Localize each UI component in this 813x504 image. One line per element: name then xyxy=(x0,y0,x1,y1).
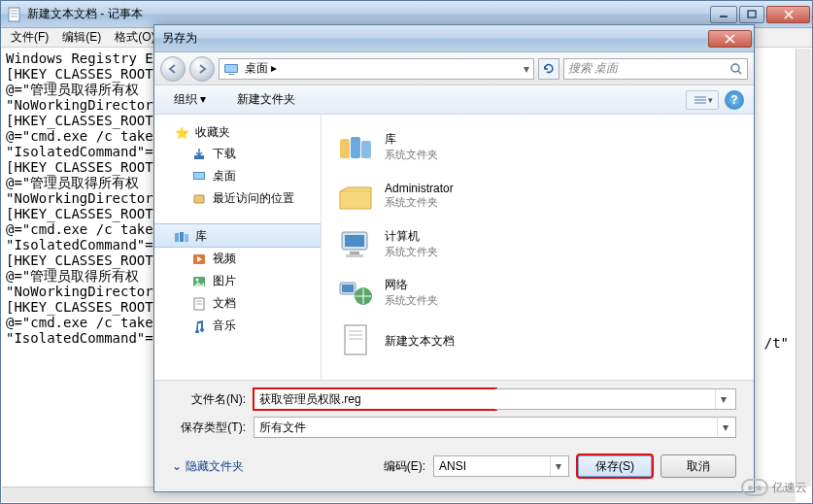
music-icon xyxy=(191,319,207,334)
desktop-icon xyxy=(223,61,239,77)
search-input[interactable]: 搜索 桌面 xyxy=(563,58,748,80)
menu-edit[interactable]: 编辑(E) xyxy=(56,27,107,48)
nav-music[interactable]: 音乐 xyxy=(154,315,321,337)
watermark-logo-icon xyxy=(741,479,768,496)
download-icon xyxy=(191,147,207,162)
filename-input[interactable] xyxy=(259,392,491,406)
maximize-button[interactable] xyxy=(739,6,764,23)
menu-file[interactable]: 文件(F) xyxy=(5,27,54,48)
nav-libraries[interactable]: 库 xyxy=(154,223,321,248)
filename-input-extension[interactable]: ▾ xyxy=(495,388,737,410)
breadcrumb-text: 桌面 ▸ xyxy=(245,60,518,77)
forward-button[interactable] xyxy=(189,56,215,82)
saveas-titlebar[interactable]: 另存为 xyxy=(154,25,754,52)
list-item[interactable]: 库系统文件夹 xyxy=(333,122,742,171)
content-pane[interactable]: 库系统文件夹 Administrator系统文件夹 计算机系统文件夹 网络系统文… xyxy=(322,115,754,380)
nav-favorites[interactable]: ⭐收藏夹 xyxy=(154,120,321,143)
scrollbar-vertical[interactable] xyxy=(796,49,811,487)
saveas-title: 另存为 xyxy=(162,30,708,47)
svg-rect-12 xyxy=(228,74,234,75)
star-icon: ⭐ xyxy=(174,125,189,141)
watermark: 亿速云 xyxy=(741,479,807,496)
document-icon xyxy=(191,296,207,312)
chevron-down-icon: ⌄ xyxy=(172,459,182,473)
svg-rect-37 xyxy=(346,254,363,257)
filename-dropdown-icon[interactable]: ▾ xyxy=(715,389,730,409)
cancel-button[interactable]: 取消 xyxy=(661,454,736,478)
hide-folders-toggle[interactable]: ⌄ 隐藏文件夹 xyxy=(172,458,244,475)
saveas-bottom: ⌄ 隐藏文件夹 编码(E): ANSI ▾ 保存(S) 取消 xyxy=(154,449,754,489)
navigation-pane: ⭐收藏夹 下载 桌面 最近访问的位置 库 视频 图片 文档 音乐 xyxy=(154,115,322,380)
recent-icon xyxy=(191,191,207,207)
save-button[interactable]: 保存(S) xyxy=(577,454,653,478)
help-button[interactable]: ? xyxy=(725,90,744,110)
desktop-small-icon xyxy=(191,169,207,185)
saveas-toolbar: 组织 ▾ 新建文件夹 ▾ ? xyxy=(154,85,754,115)
breadcrumb-dropdown-icon[interactable]: ▾ xyxy=(524,62,529,76)
filename-label: 文件名(N): xyxy=(172,391,246,408)
video-icon xyxy=(191,252,207,267)
svg-rect-39 xyxy=(342,285,354,292)
svg-rect-35 xyxy=(345,235,364,247)
list-item[interactable]: Administrator系统文件夹 xyxy=(333,171,742,219)
library-icon xyxy=(174,229,189,245)
nav-documents[interactable]: 文档 xyxy=(154,292,321,315)
svg-rect-20 xyxy=(194,173,204,179)
saveas-dialog: 另存为 桌面 ▸ ▾ 搜索 桌面 组织 ▾ 新建文件夹 ▾ ? ⭐收藏夹 下载 … xyxy=(153,24,755,492)
search-icon xyxy=(729,62,743,76)
notepad-icon xyxy=(7,7,22,22)
user-folder-icon xyxy=(336,176,375,215)
computer-icon xyxy=(336,224,375,263)
nav-pictures[interactable]: 图片 xyxy=(154,270,321,292)
close-button[interactable] xyxy=(766,6,810,23)
list-item[interactable]: 计算机系统文件夹 xyxy=(333,219,742,268)
filetype-label: 保存类型(T): xyxy=(172,420,246,436)
saveas-close-button[interactable] xyxy=(708,30,752,48)
list-item[interactable]: 新建文本文档 xyxy=(333,317,742,365)
refresh-button[interactable] xyxy=(538,58,559,80)
svg-line-14 xyxy=(738,71,741,74)
svg-rect-31 xyxy=(340,139,350,158)
encoding-label: 编码(E): xyxy=(384,458,425,475)
view-options-button[interactable]: ▾ xyxy=(686,90,719,110)
svg-rect-0 xyxy=(9,8,19,21)
filetype-value: 所有文件 xyxy=(259,420,306,436)
picture-icon xyxy=(191,274,207,289)
svg-rect-21 xyxy=(194,195,204,203)
filetype-dropdown-icon[interactable]: ▾ xyxy=(717,418,732,437)
svg-rect-41 xyxy=(345,325,366,354)
encoding-value: ANSI xyxy=(439,459,466,473)
saveas-navbar: 桌面 ▸ ▾ 搜索 桌面 xyxy=(154,52,754,85)
filename-input-wrapper xyxy=(254,388,496,410)
minimize-button[interactable] xyxy=(710,6,737,23)
list-item[interactable]: 网络系统文件夹 xyxy=(333,268,742,317)
svg-rect-5 xyxy=(748,11,756,17)
svg-point-13 xyxy=(731,64,739,72)
notepad-text-fragment: /t" xyxy=(764,335,789,351)
svg-rect-24 xyxy=(185,234,188,242)
nav-videos[interactable]: 视频 xyxy=(154,248,321,270)
newfolder-button[interactable]: 新建文件夹 xyxy=(227,88,305,111)
search-placeholder: 搜索 桌面 xyxy=(568,60,618,77)
svg-rect-22 xyxy=(175,233,179,242)
nav-recent[interactable]: 最近访问的位置 xyxy=(154,187,321,210)
svg-rect-32 xyxy=(351,137,360,158)
svg-point-27 xyxy=(196,278,199,281)
breadcrumb[interactable]: 桌面 ▸ ▾ xyxy=(219,58,534,80)
saveas-fields: 文件名(N): ▾ 保存类型(T): 所有文件 ▾ xyxy=(154,380,754,449)
nav-downloads[interactable]: 下载 xyxy=(154,143,321,165)
filetype-combo[interactable]: 所有文件 ▾ xyxy=(254,417,736,438)
svg-rect-33 xyxy=(361,141,371,158)
nav-desktop[interactable]: 桌面 xyxy=(154,165,321,187)
network-icon xyxy=(336,273,375,312)
library-folder-icon xyxy=(336,127,375,166)
svg-rect-36 xyxy=(350,252,359,254)
encoding-dropdown-icon[interactable]: ▾ xyxy=(550,456,565,476)
svg-rect-23 xyxy=(180,232,184,242)
textfile-icon xyxy=(336,321,375,360)
encoding-combo[interactable]: ANSI ▾ xyxy=(433,455,569,477)
back-button[interactable] xyxy=(160,56,186,82)
notepad-title: 新建文本文档 - 记事本 xyxy=(27,6,710,22)
organize-button[interactable]: 组织 ▾ xyxy=(164,88,216,111)
watermark-text: 亿速云 xyxy=(772,480,807,496)
